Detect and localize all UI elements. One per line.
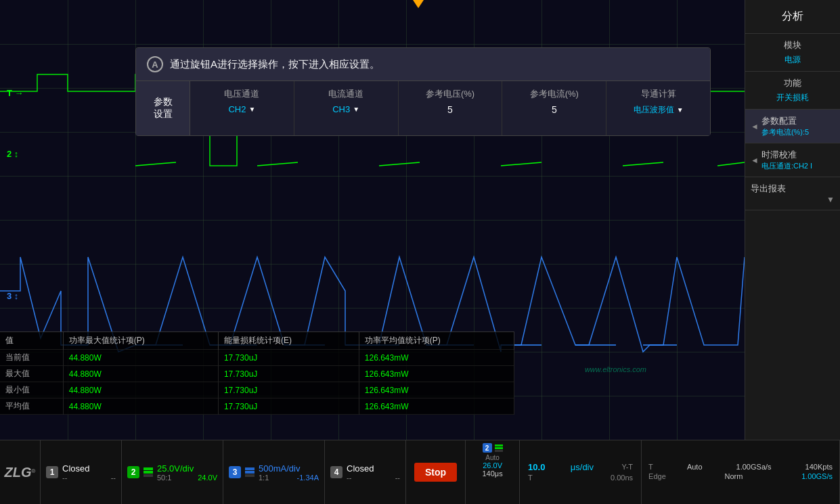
- ch2-div: 25.0V/div: [157, 463, 217, 474]
- scope-row-2: Edge Norm 1.00GS/s: [648, 472, 833, 480]
- conduction-calc-val: 电压波形值: [634, 104, 674, 116]
- ch-3-label: 3 ↕: [7, 291, 18, 301]
- row-3-pavg: 126.643mW: [359, 398, 514, 415]
- ch1-status-sub: -- --: [62, 474, 116, 482]
- brand-logo: ZLG®: [0, 440, 41, 504]
- scope-rate: 1.00GSa/s: [736, 463, 772, 471]
- ch3-indicator: [245, 467, 255, 478]
- sidebar-timecal-label: 时滞校准: [761, 149, 812, 161]
- param-ref-current[interactable]: 参考电流(%) 5: [502, 81, 606, 135]
- conduction-calc-label: 导通计算: [641, 88, 676, 100]
- ch4-sub-left: --: [347, 474, 351, 482]
- row-2-eloss: 17.730uJ: [218, 382, 359, 398]
- row-2-pmax: 44.880W: [63, 382, 218, 398]
- watermark: www.eltronics.com: [585, 365, 646, 373]
- sidebar-export-label: 导出报表: [751, 183, 835, 195]
- dialog-params: 参数设置 电压通道 CH2 ▼ 电流通道 CH3 ▼: [136, 81, 710, 135]
- ch2-ratio: 50:1: [157, 474, 171, 482]
- sidebar-function[interactable]: 功能 开关损耗: [745, 72, 840, 110]
- ch1-status[interactable]: 1 Closed -- --: [41, 440, 122, 504]
- ch3-bar-1: [245, 467, 255, 470]
- ch3-sub: 1:1 -1.34A: [259, 474, 319, 482]
- stats-area: 值 功率最大值统计项(P) 能量损耗统计项(E) 功率平均值统计项(P) 当前值…: [0, 331, 514, 415]
- ch2-sub: 50:1 24.0V: [157, 474, 217, 482]
- scope-rate2: 1.00GS/s: [801, 472, 833, 480]
- row-0-pavg: 126.643mW: [359, 350, 514, 366]
- ch2-mini-bar2: [495, 447, 503, 449]
- row-1-pavg: 126.643mW: [359, 366, 514, 382]
- row-3-pmax: 44.880W: [63, 398, 218, 415]
- row-3-label: 平均值: [0, 398, 63, 415]
- param-voltage-channel[interactable]: 电压通道 CH2 ▼: [190, 81, 294, 135]
- ch2-mini-bar3: [495, 450, 503, 452]
- param-conduction-calc[interactable]: 导通计算 电压波形值 ▼: [606, 81, 710, 135]
- sidebar-param-config[interactable]: ◄ 参数配置 参考电流(%):5: [745, 110, 840, 143]
- current-channel-val: CH3: [332, 104, 350, 114]
- sidebar-time-cal[interactable]: ◄ 时滞校准 电压通道:CH2 I: [745, 143, 840, 177]
- sidebar-title: 分析: [745, 0, 840, 34]
- row-0-eloss: 17.730uJ: [218, 350, 359, 366]
- ch2-text: 25.0V/div 50:1 24.0V: [157, 463, 217, 482]
- ch2-number: 2: [127, 466, 139, 478]
- ch1-sub-left: --: [62, 474, 67, 482]
- ch4-number: 4: [330, 466, 342, 478]
- ch2-mini-num: 2: [485, 444, 489, 452]
- sidebar-module[interactable]: 模块 电源: [745, 34, 840, 72]
- ch1-status-main: Closed: [62, 463, 116, 474]
- current-channel-arrow: ▼: [353, 106, 359, 113]
- ref-voltage-value: 5: [447, 104, 453, 115]
- offset-value: 0.00ns: [611, 474, 633, 482]
- sidebar-export[interactable]: 导出报表 ▼: [745, 177, 840, 210]
- ch4-status[interactable]: 4 Closed -- --: [325, 440, 406, 504]
- stats-header-3: 功率平均值统计项(P): [359, 332, 514, 350]
- ch4-sub-right: --: [395, 474, 400, 482]
- stop-button[interactable]: Stop: [414, 463, 457, 482]
- stats-table: 值 功率最大值统计项(P) 能量损耗统计项(E) 功率平均值统计项(P) 当前值…: [0, 332, 514, 415]
- current-channel-label: 电流通道: [328, 88, 363, 100]
- row-2-pavg: 126.643mW: [359, 382, 514, 398]
- scope-t-label: T: [648, 463, 653, 471]
- scope-t-value: Auto: [687, 463, 703, 471]
- dialog-title: 通过旋钮A进行选择操作，按下进入相应设置。: [170, 58, 380, 71]
- stats-header-1: 功率最大值统计项(P): [63, 332, 218, 350]
- ch2-mini-time: 140μs: [483, 469, 503, 478]
- scope-pts: 140Kpts: [805, 463, 833, 471]
- row-3-eloss: 17.730uJ: [218, 398, 359, 415]
- ch2-mini-bar1: [495, 444, 503, 446]
- param-label: 参数设置: [154, 96, 173, 120]
- bottom-bar: ZLG® 1 Closed -- -- 2 25.0V/div 50:1 24.…: [0, 440, 840, 504]
- ch3-value: -1.34A: [297, 474, 319, 482]
- ch1-number: 1: [46, 466, 58, 478]
- param-current-channel[interactable]: 电流通道 CH3 ▼: [294, 81, 399, 135]
- sidebar-module-label: 模块: [751, 39, 835, 51]
- table-row: 最大值 44.880W 17.730uJ 126.643mW: [0, 366, 514, 382]
- yt-mode: Y-T: [621, 463, 633, 471]
- ch3-div: 500mA/div: [259, 463, 319, 474]
- param-ref-voltage[interactable]: 参考电压(%) 5: [399, 81, 503, 135]
- ch2-indicator: [143, 467, 153, 478]
- stats-header-0: 值: [0, 332, 63, 350]
- sidebar-param-arrow: ◄: [751, 122, 759, 131]
- row-1-label: 最大值: [0, 366, 63, 382]
- ch2-value: 24.0V: [198, 474, 217, 482]
- ch2-mini-voltage: 26.0V: [483, 461, 502, 469]
- sidebar-timecal-arrow: ◄: [751, 156, 759, 165]
- voltage-channel-value: CH2 ▼: [228, 104, 255, 114]
- stop-button-area: Stop: [406, 440, 466, 504]
- sidebar-function-label: 功能: [751, 77, 835, 89]
- time-row-2: T 0.00ns: [528, 474, 633, 482]
- ch4-text: Closed -- --: [347, 463, 400, 482]
- parameter-dialog[interactable]: A 通过旋钮A进行选择操作，按下进入相应设置。 参数设置 电压通道 CH2 ▼ …: [135, 47, 711, 136]
- ch2-bar-3: [143, 474, 153, 477]
- conduction-calc-value: 电压波形值 ▼: [634, 104, 684, 116]
- ch3-status[interactable]: 3 500mA/div 1:1 -1.34A: [223, 440, 325, 504]
- ch1-sub-right: --: [111, 474, 116, 482]
- voltage-channel-val: CH2: [228, 104, 246, 114]
- ch3-ratio: 1:1: [259, 474, 269, 482]
- ch2-bar-1: [143, 467, 153, 470]
- scope-row-1: T Auto 1.00GSa/s 140Kpts: [648, 463, 833, 471]
- row-1-eloss: 17.730uJ: [218, 366, 359, 382]
- ch2-status[interactable]: 2 25.0V/div 50:1 24.0V: [122, 440, 223, 504]
- sidebar-module-sub: 电源: [751, 54, 835, 66]
- ch-t-label: T →: [7, 88, 24, 98]
